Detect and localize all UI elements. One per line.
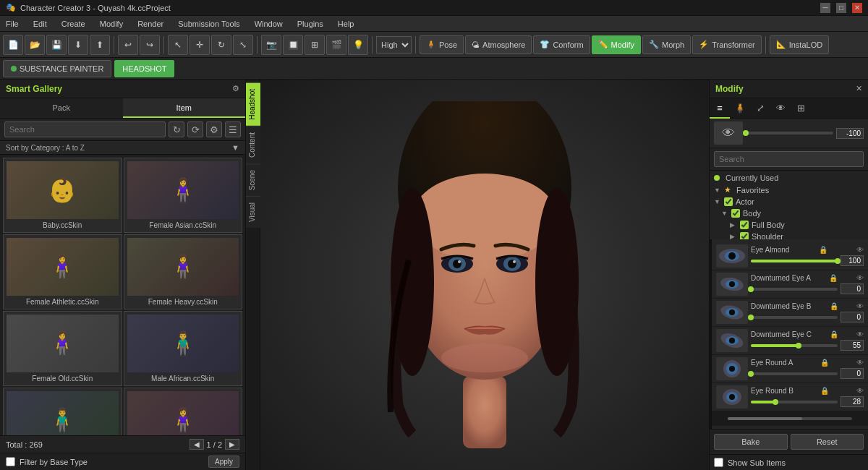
atmosphere-btn[interactable]: 🌤 Atmosphere xyxy=(465,35,532,54)
lock-icon-1[interactable]: 🔒 xyxy=(829,274,838,282)
refresh-btn[interactable]: ↻ xyxy=(169,121,184,137)
slider-handle-4[interactable] xyxy=(748,371,754,377)
slider-track-5[interactable] xyxy=(751,401,838,403)
body-check[interactable] xyxy=(731,209,740,218)
list-item[interactable]: 🧍‍♂️ Male African.ccSkin xyxy=(124,311,243,386)
tab-item[interactable]: Item xyxy=(123,98,246,118)
eye-icon-1[interactable]: 👁 xyxy=(856,274,864,282)
sidebar-item-scene[interactable]: Scene xyxy=(246,163,260,196)
viewport[interactable] xyxy=(260,80,709,470)
close-modify-icon[interactable]: ✕ xyxy=(856,84,862,93)
slider-value-5[interactable] xyxy=(841,396,864,407)
slider-scrollbar[interactable] xyxy=(712,411,868,426)
bake-button[interactable]: Bake xyxy=(714,434,788,450)
slider-value-0[interactable] xyxy=(841,255,864,266)
scale-btn[interactable]: ⤡ xyxy=(233,35,253,55)
rotate-btn[interactable]: ↻ xyxy=(211,35,231,55)
slider-handle-5[interactable] xyxy=(773,399,778,405)
full-body-check[interactable] xyxy=(740,221,749,229)
tree-favorites[interactable]: ▼ ★ Favorites xyxy=(710,184,868,196)
gallery-settings-icon[interactable]: ⚙ xyxy=(232,84,239,93)
slider-track-2[interactable] xyxy=(751,316,838,319)
menu-edit[interactable]: Edit xyxy=(30,18,50,30)
filter-checkbox[interactable] xyxy=(6,457,15,466)
quality-dropdown[interactable]: High xyxy=(376,36,412,54)
tab-pack[interactable]: Pack xyxy=(0,98,123,118)
tree-body[interactable]: ▼ Body xyxy=(710,208,868,219)
top-slider-value[interactable] xyxy=(836,128,864,139)
tree-shoulder[interactable]: ▶ Shoulder xyxy=(710,231,868,239)
slider-value-3[interactable] xyxy=(841,340,864,351)
slider-value-1[interactable] xyxy=(841,283,864,294)
eye-icon-0[interactable]: 👁 xyxy=(856,246,864,254)
modify-btn[interactable]: ✏️ Modify xyxy=(592,35,641,54)
lock-icon-5[interactable]: 🔒 xyxy=(820,387,829,395)
tree-actor[interactable]: ▼ Actor xyxy=(710,196,868,208)
slider-track-4[interactable] xyxy=(751,372,838,375)
menu-modify[interactable]: Modify xyxy=(97,18,126,30)
apply-button[interactable]: Apply xyxy=(208,456,239,468)
slider-track-3[interactable] xyxy=(751,344,838,347)
eye-icon-5[interactable]: 👁 xyxy=(856,387,864,395)
list-item[interactable]: 🧍‍♀️ Female Heavy.ccSkin xyxy=(124,234,243,309)
titlebar-controls[interactable]: ─ □ ✕ xyxy=(820,3,862,13)
export-btn[interactable]: ⬆ xyxy=(90,35,110,55)
slider-handle-3[interactable] xyxy=(796,343,801,349)
tab-person[interactable]: 🧍 xyxy=(730,98,750,119)
headshot-btn[interactable]: HEADSHOT xyxy=(114,60,174,77)
eye-icon-3[interactable]: 👁 xyxy=(856,330,864,338)
transformer-btn[interactable]: ⚡ Transformer xyxy=(692,35,762,54)
settings-search-btn[interactable]: ⚙ xyxy=(206,121,222,137)
lock-icon-3[interactable]: 🔒 xyxy=(830,330,838,338)
new-btn[interactable]: 📄 xyxy=(3,35,23,55)
view-btn[interactable]: 🔲 xyxy=(283,35,303,55)
sidebar-item-headshot[interactable]: Headshot xyxy=(246,82,260,126)
grid-btn[interactable]: ⊞ xyxy=(305,35,325,55)
sidebar-item-visual[interactable]: Visual xyxy=(246,196,260,228)
menu-file[interactable]: File xyxy=(3,18,22,30)
list-item[interactable]: 🧍‍♂️ ... xyxy=(3,388,122,435)
slider-track-0[interactable] xyxy=(751,260,838,262)
modify-search-input[interactable] xyxy=(714,151,864,167)
list-item[interactable]: 🧍‍♀️ Female Asian.ccSkin xyxy=(124,158,243,233)
slider-value-4[interactable] xyxy=(841,368,864,379)
sync-btn[interactable]: ⟳ xyxy=(187,121,203,137)
maximize-button[interactable]: □ xyxy=(836,3,846,13)
lock-icon-0[interactable]: 🔒 xyxy=(819,246,827,254)
menu-render[interactable]: Render xyxy=(135,18,166,30)
menu-help[interactable]: Help xyxy=(335,18,357,30)
morph-btn[interactable]: 🔧 Morph xyxy=(642,35,691,54)
search-input[interactable] xyxy=(4,121,166,137)
lock-icon-4[interactable]: 🔒 xyxy=(820,359,829,367)
move-btn[interactable]: ✛ xyxy=(190,35,210,55)
menu-window[interactable]: Window xyxy=(252,18,286,30)
minimize-button[interactable]: ─ xyxy=(820,3,830,13)
reset-button[interactable]: Reset xyxy=(791,434,864,450)
more-btn[interactable]: ☰ xyxy=(225,121,241,137)
sidebar-item-content[interactable]: Content xyxy=(246,126,260,163)
show-sub-checkbox[interactable] xyxy=(714,458,723,467)
camera-btn[interactable]: 📷 xyxy=(261,35,281,55)
light-btn[interactable]: 💡 xyxy=(348,35,368,55)
prev-page-btn[interactable]: ◀ xyxy=(190,439,204,450)
tab-arrows[interactable]: ⤢ xyxy=(750,98,770,119)
slider-handle-1[interactable] xyxy=(748,286,754,292)
pose-btn[interactable]: 🧍 Pose xyxy=(420,35,464,54)
top-slider-handle[interactable] xyxy=(743,130,749,136)
import-btn[interactable]: ⬇ xyxy=(68,35,88,55)
tab-sliders[interactable]: ≡ xyxy=(710,98,730,119)
menu-plugins[interactable]: Plugins xyxy=(294,18,326,30)
slider-track-1[interactable] xyxy=(751,288,838,291)
tree-full-body[interactable]: ▶ Full Body xyxy=(710,219,868,231)
lock-icon-2[interactable]: 🔒 xyxy=(830,302,838,310)
render-btn[interactable]: 🎬 xyxy=(326,35,346,55)
tab-face[interactable]: 👁 xyxy=(770,98,791,119)
eye-icon-4[interactable]: 👁 xyxy=(856,359,864,367)
undo-btn[interactable]: ↩ xyxy=(118,35,138,55)
substance-painter-btn[interactable]: SUBSTANCE PAINTER xyxy=(3,60,111,77)
list-item[interactable]: 🧍‍♀️ ... xyxy=(124,388,243,435)
eye-icon-2[interactable]: 👁 xyxy=(856,302,864,310)
close-button[interactable]: ✕ xyxy=(852,3,862,13)
select-btn[interactable]: ↖ xyxy=(168,35,188,55)
conform-btn[interactable]: 👕 Conform xyxy=(533,35,590,54)
